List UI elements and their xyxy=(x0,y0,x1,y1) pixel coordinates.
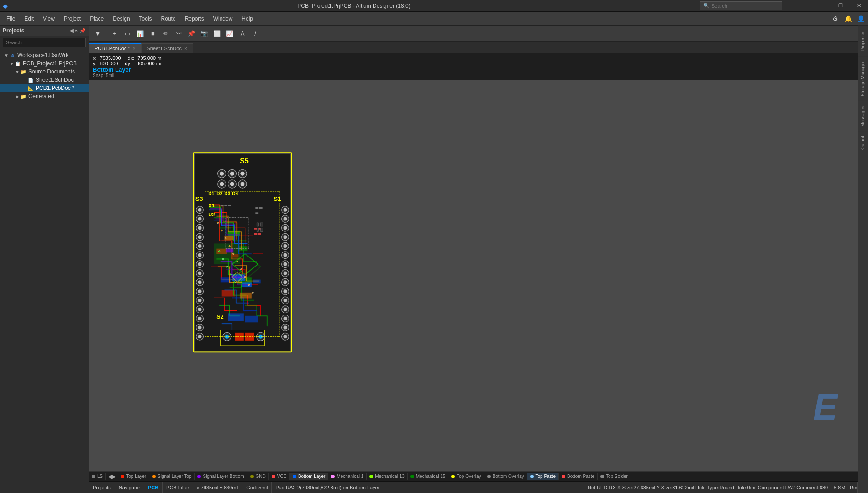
filter-button[interactable]: ▼ xyxy=(92,27,104,39)
rect-button[interactable]: ▭ xyxy=(121,27,133,39)
box-button[interactable]: ⬜ xyxy=(211,27,223,39)
tree-item-project[interactable]: ▼ 📋 PCB_Project1.PrjPCB xyxy=(0,59,89,68)
tab-schematic[interactable]: Sheet1.SchDoc × xyxy=(142,43,193,53)
svg-point-46 xyxy=(198,335,202,338)
layer-next-button[interactable]: ▶ xyxy=(112,473,116,480)
menu-route[interactable]: Route xyxy=(157,14,180,24)
menu-help[interactable]: Help xyxy=(237,14,258,24)
text-button[interactable]: A xyxy=(237,27,248,39)
pen-button[interactable]: ✏ xyxy=(160,27,172,39)
tab-projects[interactable]: Projects xyxy=(89,482,115,493)
menu-window[interactable]: Window xyxy=(209,14,237,24)
svg-point-135 xyxy=(234,282,235,283)
close-button[interactable]: ✕ xyxy=(850,0,868,12)
toolbar: ▼ + ▭ 📊 ■ ✏ 〰 📌 📷 ⬜ 📈 A / xyxy=(89,26,858,42)
menu-file[interactable]: File xyxy=(2,14,20,24)
tab-schematic-close[interactable]: × xyxy=(184,46,187,51)
rs-tab-messages[interactable]: Messages xyxy=(858,101,868,131)
panel-header-icons: ◀ × 📌 xyxy=(69,28,86,34)
svg-rect-91 xyxy=(245,316,258,322)
layer-tab-ls[interactable]: LS xyxy=(89,473,106,480)
gen-folder-icon: 📁 xyxy=(20,93,26,100)
tree-item-generated[interactable]: ▶ 📁 Generated xyxy=(0,92,89,100)
settings-icon[interactable]: ⚙ xyxy=(830,13,841,24)
panel-pin-icon[interactable]: 📌 xyxy=(79,28,86,34)
layer-tab-mech1[interactable]: Mechanical 1 xyxy=(328,473,367,480)
tree-item-workspace[interactable]: ▼ 🖥 Workspace1.DsnWrk xyxy=(0,51,89,59)
canvas-area[interactable]: S5 S3 xyxy=(89,80,858,471)
tree-item-pcb[interactable]: ▶ 📐 PCB1.PcbDoc * xyxy=(0,84,89,92)
layer-tab-top-solder[interactable]: Top Solder xyxy=(598,473,631,480)
add-button[interactable]: + xyxy=(109,27,121,39)
tab-pcb[interactable]: PCB1.PcbDoc * × xyxy=(89,43,142,53)
watermark: E xyxy=(813,389,835,425)
layer-tab-top-paste[interactable]: Top Paste xyxy=(527,473,559,480)
menu-project[interactable]: Project xyxy=(59,14,85,24)
layer-tab-vcc[interactable]: VCC xyxy=(269,473,290,480)
wave-button[interactable]: 〰 xyxy=(173,27,184,39)
rs-tab-output[interactable]: Output xyxy=(858,131,868,154)
tree-item-schematic[interactable]: ▶ 📄 Sheet1.SchDoc xyxy=(0,76,89,84)
layer-tab-bot-paste[interactable]: Bottom Paste xyxy=(559,473,598,480)
svg-point-121 xyxy=(217,222,218,223)
tree-item-source-docs[interactable]: ▼ 📁 Source Documents xyxy=(0,68,89,76)
menu-edit[interactable]: Edit xyxy=(20,14,38,24)
menu-tools[interactable]: Tools xyxy=(135,14,157,24)
menu-place[interactable]: Place xyxy=(85,14,108,24)
panel-icon-2[interactable]: × xyxy=(75,28,78,34)
schematic-label: Sheet1.SchDoc xyxy=(36,77,87,83)
pcb-icon: 📐 xyxy=(27,85,34,91)
coord-x: x: 7935.000 dx: 705.000 mil xyxy=(93,55,163,61)
layer-tab-signal-bottom-label: Signal Layer Bottom xyxy=(203,474,244,479)
user-icon[interactable]: 👤 xyxy=(855,13,866,24)
rs-tab-storage[interactable]: Storage Manager xyxy=(858,56,868,101)
panel-search-input[interactable] xyxy=(3,38,86,47)
tab-navigator[interactable]: Navigator xyxy=(115,482,144,493)
layer-tabs: LS ◀ ▶ Top Layer Signal Layer Top Signal… xyxy=(89,471,858,481)
svg-rect-120 xyxy=(258,233,261,235)
layer-prev-button[interactable]: ◀ xyxy=(108,473,112,480)
notifications-icon[interactable]: 🔔 xyxy=(842,13,853,24)
tab-pcb-filter[interactable]: PCB xyxy=(144,482,163,493)
layer-tab-top[interactable]: Top Layer xyxy=(118,473,149,480)
pin-button[interactable]: 📌 xyxy=(185,27,197,39)
svg-rect-119 xyxy=(254,233,258,235)
camera-button[interactable]: 📷 xyxy=(198,27,210,39)
folder-icon: 📁 xyxy=(20,68,26,75)
layer-tab-mech15[interactable]: Mechanical 15 xyxy=(408,473,448,480)
svg-point-8 xyxy=(240,172,244,176)
svg-point-48 xyxy=(284,208,287,212)
graph-button[interactable]: 📈 xyxy=(224,27,236,39)
panel-header: Projects ◀ × 📌 xyxy=(0,26,89,36)
slash-button[interactable]: / xyxy=(249,27,261,39)
tab-filter[interactable]: PCB Filter xyxy=(163,482,193,493)
minimize-button[interactable]: ─ xyxy=(813,0,831,12)
layer-tab-top-overlay[interactable]: Top Overlay xyxy=(448,473,484,480)
layer-tab-mech13[interactable]: Mechanical 13 xyxy=(367,473,407,480)
grid-status: Grid: 5mil xyxy=(242,482,272,493)
svg-point-26 xyxy=(198,244,202,248)
rs-tab-properties[interactable]: Properties xyxy=(858,26,868,56)
layer-tab-bottom[interactable]: Bottom Layer xyxy=(290,473,328,480)
menu-reports[interactable]: Reports xyxy=(180,14,209,24)
pcb-canvas[interactable]: S5 S3 xyxy=(180,85,491,423)
coord-status: x:7935mil y:830mil xyxy=(193,482,242,493)
svg-rect-96 xyxy=(226,249,233,253)
layer-tab-signal-bottom[interactable]: Signal Layer Bottom xyxy=(195,473,247,480)
menu-design[interactable]: Design xyxy=(108,14,134,24)
layer-tab-ls-label: LS xyxy=(97,474,103,479)
panel-icon-1[interactable]: ◀ xyxy=(69,28,73,34)
restore-button[interactable]: ❐ xyxy=(831,0,850,12)
layer-tab-bot-overlay[interactable]: Bottom Overlay xyxy=(484,473,527,480)
square-button[interactable]: ■ xyxy=(147,27,159,39)
menu-view[interactable]: View xyxy=(38,14,59,24)
layer-tab-signal-top[interactable]: Signal Layer Top xyxy=(149,473,195,480)
chart-button[interactable]: 📊 xyxy=(134,27,146,39)
svg-point-72 xyxy=(284,317,287,320)
search-box[interactable]: 🔍 xyxy=(700,1,782,10)
search-input[interactable] xyxy=(711,3,771,9)
svg-text:S5: S5 xyxy=(240,157,249,165)
layer-tab-gnd[interactable]: GND xyxy=(247,473,269,480)
svg-point-64 xyxy=(284,280,287,284)
tab-pcb-close[interactable]: × xyxy=(133,46,136,51)
